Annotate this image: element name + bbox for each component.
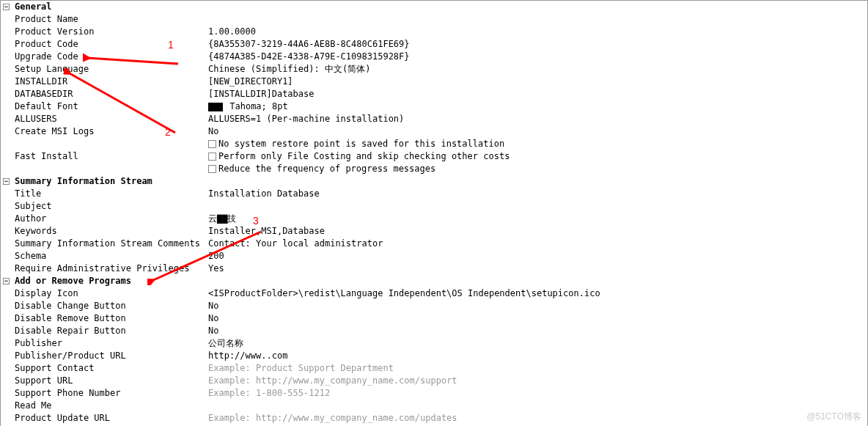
property-value[interactable]: 200 <box>207 250 867 262</box>
property-value[interactable]: Reduce the frequency of progress message… <box>207 163 867 175</box>
property-value[interactable]: <ISProductFolder>\redist\Language Indepe… <box>207 287 867 300</box>
property-value[interactable]: Installer,MSI,Database <box>207 225 867 238</box>
property-value[interactable]: Perform only File Costing and skip check… <box>207 150 867 163</box>
property-value[interactable]: 1.00.0000 <box>207 26 867 38</box>
property-value[interactable]: Yes <box>207 262 867 275</box>
row-allusers[interactable]: ALLUSERS ALLUSERS=1 (Per-machine install… <box>1 113 867 125</box>
row-author[interactable]: Author 云▇▇技 <box>1 213 867 225</box>
property-value[interactable]: {4874A385-D42E-4338-A79E-C1098315928F} <box>207 51 867 63</box>
property-label: Fast Install <box>12 150 207 163</box>
property-value[interactable]: Tahoma; 8pt <box>207 100 867 113</box>
property-value[interactable]: [INSTALLDIR]Database <box>207 88 867 100</box>
property-label: Upgrade Code <box>12 51 207 63</box>
property-label: DATABASEDIR <box>12 88 207 100</box>
checkbox-icon[interactable] <box>208 140 216 148</box>
row-product-version[interactable]: Product Version 1.00.0000 <box>1 26 867 38</box>
property-label: Summary Information Stream Comments <box>12 238 207 250</box>
row-fast-install-opt1[interactable]: No system restore point is saved for thi… <box>1 138 867 150</box>
property-grid: − General Product Name Product Version 1… <box>0 0 868 426</box>
row-fast-install-opt3[interactable]: Reduce the frequency of progress message… <box>1 163 867 175</box>
row-fast-install[interactable]: Fast Install Perform only File Costing a… <box>1 150 867 163</box>
property-value[interactable]: Example: http://www.my_company_name.com/… <box>207 375 867 387</box>
property-value[interactable]: 云▇▇技 <box>207 213 867 225</box>
row-read-me[interactable]: Read Me <box>1 400 867 412</box>
property-label: Disable Repair Button <box>12 325 207 337</box>
row-disable-repair[interactable]: Disable Repair Button No <box>1 325 867 337</box>
section-arp[interactable]: − Add or Remove Programs <box>1 275 867 287</box>
property-label: Product Code <box>12 38 207 51</box>
row-disable-change[interactable]: Disable Change Button No <box>1 300 867 312</box>
row-title[interactable]: Title Installation Database <box>1 188 867 200</box>
row-setup-language[interactable]: Setup Language Chinese (Simplified): 中文(… <box>1 63 867 76</box>
property-label: Read Me <box>12 400 207 412</box>
property-value[interactable]: No <box>207 125 867 138</box>
property-label: ALLUSERS <box>12 113 207 125</box>
property-label: Publisher/Product URL <box>12 350 207 362</box>
collapse-icon[interactable]: − <box>3 278 10 284</box>
row-support-url[interactable]: Support URL Example: http://www.my_compa… <box>1 375 867 387</box>
property-label: Product Update URL <box>12 412 207 425</box>
property-value[interactable]: [NEW_DIRECTORY1] <box>207 76 867 88</box>
row-summary-comments[interactable]: Summary Information Stream Comments Cont… <box>1 238 867 250</box>
checkbox-icon[interactable] <box>208 165 216 173</box>
row-default-font[interactable]: Default Font Tahoma; 8pt <box>1 100 867 113</box>
property-label: Schema <box>12 250 207 262</box>
property-value[interactable]: Example: http://www.my_company_name.com/… <box>207 412 867 425</box>
row-keywords[interactable]: Keywords Installer,MSI,Database <box>1 225 867 238</box>
row-schema[interactable]: Schema 200 <box>1 250 867 262</box>
property-label: Default Font <box>12 100 207 113</box>
property-value[interactable]: ALLUSERS=1 (Per-machine installation) <box>207 113 867 125</box>
property-value[interactable]: Chinese (Simplified): 中文(简体) <box>207 63 867 76</box>
row-product-code[interactable]: Product Code {8A355307-3219-44A6-AE8B-8C… <box>1 38 867 51</box>
property-value[interactable]: Example: Product Support Department <box>207 362 867 375</box>
checkbox-icon[interactable] <box>208 153 216 161</box>
property-label: Product Version <box>12 26 207 38</box>
row-display-icon[interactable]: Display Icon <ISProductFolder>\redist\La… <box>1 287 867 300</box>
property-value[interactable]: {8A355307-3219-44A6-AE8B-8C480C61FE69} <box>207 38 867 51</box>
row-disable-remove[interactable]: Disable Remove Button No <box>1 312 867 325</box>
section-header-label: Summary Information Stream <box>12 175 207 188</box>
row-product-name[interactable]: Product Name <box>1 13 867 26</box>
property-value[interactable]: No <box>207 312 867 325</box>
watermark: @51CTO博客 <box>806 411 861 423</box>
property-label: Author <box>12 213 207 225</box>
row-databasedir[interactable]: DATABASEDIR [INSTALLDIR]Database <box>1 88 867 100</box>
property-label: Create MSI Logs <box>12 125 207 138</box>
property-value[interactable] <box>207 400 867 412</box>
property-value[interactable]: Installation Database <box>207 188 867 200</box>
property-value[interactable] <box>207 13 867 26</box>
row-publisher[interactable]: Publisher 公司名称 <box>1 337 867 350</box>
section-header-label: Add or Remove Programs <box>12 275 207 287</box>
row-installdir[interactable]: INSTALLDIR [NEW_DIRECTORY1] <box>1 76 867 88</box>
collapse-icon[interactable]: − <box>3 178 10 185</box>
property-value[interactable]: 公司名称 <box>207 337 867 350</box>
font-swatch-icon <box>208 103 223 111</box>
property-label: Publisher <box>12 337 207 350</box>
row-subject[interactable]: Subject <box>1 200 867 213</box>
property-label: Subject <box>12 200 207 213</box>
property-value[interactable]: Contact: Your local administrator <box>207 238 867 250</box>
row-require-admin[interactable]: Require Administrative Privileges Yes <box>1 262 867 275</box>
property-value[interactable]: http://www..com <box>207 350 867 362</box>
property-label: INSTALLDIR <box>12 76 207 88</box>
collapse-icon[interactable]: − <box>3 4 10 10</box>
property-value[interactable]: Example: 1-800-555-1212 <box>207 387 867 400</box>
property-label: Display Icon <box>12 287 207 300</box>
property-label: Disable Change Button <box>12 300 207 312</box>
section-summary[interactable]: − Summary Information Stream <box>1 175 867 188</box>
property-value[interactable]: No <box>207 325 867 337</box>
row-support-phone[interactable]: Support Phone Number Example: 1-800-555-… <box>1 387 867 400</box>
property-label: Support URL <box>12 375 207 387</box>
property-label: Title <box>12 188 207 200</box>
property-value[interactable] <box>207 200 867 213</box>
row-support-contact[interactable]: Support Contact Example: Product Support… <box>1 362 867 375</box>
property-label: Support Phone Number <box>12 387 207 400</box>
row-publisher-url[interactable]: Publisher/Product URL http://www..com <box>1 350 867 362</box>
row-create-msi-logs[interactable]: Create MSI Logs No <box>1 125 867 138</box>
row-product-update-url[interactable]: Product Update URL Example: http://www.m… <box>1 412 867 425</box>
property-label: Product Name <box>12 13 207 26</box>
row-upgrade-code[interactable]: Upgrade Code {4874A385-D42E-4338-A79E-C1… <box>1 51 867 63</box>
property-value[interactable]: No system restore point is saved for thi… <box>207 138 867 150</box>
section-general[interactable]: − General <box>1 1 867 13</box>
property-value[interactable]: No <box>207 300 867 312</box>
